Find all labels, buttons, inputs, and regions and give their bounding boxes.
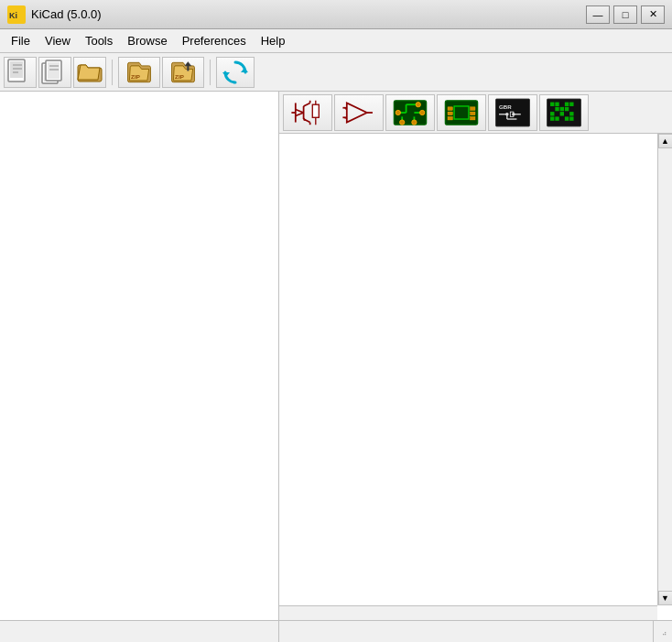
svg-rect-84 — [560, 116, 564, 120]
svg-rect-67 — [550, 102, 554, 105]
footprint-editor-button[interactable] — [437, 94, 486, 131]
svg-rect-83 — [555, 116, 558, 120]
symbol-editor-button[interactable]: + − — [334, 94, 384, 131]
maximize-button[interactable]: □ — [613, 5, 637, 24]
svg-rect-77 — [550, 112, 554, 115]
svg-text:+: + — [344, 105, 347, 111]
svg-line-19 — [296, 113, 304, 116]
svg-text:−: − — [344, 114, 347, 120]
svg-point-46 — [416, 102, 420, 106]
pcb-editor-button[interactable] — [385, 94, 435, 131]
svg-rect-74 — [560, 106, 564, 110]
open-project-button[interactable] — [73, 57, 106, 88]
svg-rect-78 — [555, 112, 558, 115]
svg-rect-29 — [312, 104, 319, 117]
svg-rect-72 — [550, 106, 554, 110]
title-bar: Ki KiCad (5.0.0) — □ ✕ — [0, 0, 672, 29]
app-icon: Ki — [7, 5, 26, 24]
svg-rect-55 — [471, 112, 475, 115]
archive-zip-button[interactable]: ZIP — [118, 57, 160, 88]
status-section-2 — [279, 621, 654, 642]
svg-point-44 — [396, 110, 400, 114]
svg-marker-16 — [222, 72, 230, 77]
svg-line-18 — [296, 109, 304, 113]
svg-text:Ki: Ki — [9, 11, 17, 20]
icon-toolbar: + − — [279, 92, 672, 134]
unarchive-zip-button[interactable]: ZIP — [162, 57, 204, 88]
svg-rect-79 — [560, 112, 564, 115]
menu-help[interactable]: Help — [254, 31, 293, 50]
vertical-scrollbar[interactable]: ▲ ▼ — [657, 134, 672, 605]
status-bar — [0, 620, 672, 642]
svg-rect-76 — [569, 106, 573, 110]
refresh-button[interactable] — [216, 57, 255, 88]
svg-marker-31 — [347, 103, 367, 122]
horizontal-scrollbar[interactable] — [279, 605, 657, 620]
main-content: + − — [0, 92, 672, 620]
scroll-up-button[interactable]: ▲ — [658, 134, 673, 148]
svg-rect-10 — [48, 62, 60, 79]
bitmap-converter-button[interactable] — [539, 94, 589, 131]
scroll-down-button[interactable]: ▼ — [658, 591, 673, 605]
schematic-editor-button[interactable] — [283, 94, 332, 131]
svg-rect-3 — [10, 61, 23, 78]
svg-rect-80 — [565, 112, 569, 115]
left-panel — [0, 92, 279, 620]
svg-rect-68 — [555, 102, 558, 105]
title-text: KiCad (5.0.0) — [31, 7, 102, 21]
svg-rect-85 — [565, 116, 569, 120]
svg-marker-15 — [241, 68, 248, 72]
svg-rect-71 — [569, 102, 573, 105]
title-left: Ki KiCad (5.0.0) — [7, 5, 102, 24]
svg-text:ZIP: ZIP — [175, 73, 184, 80]
svg-rect-52 — [448, 112, 452, 115]
svg-rect-56 — [471, 116, 475, 120]
copy-project-button[interactable] — [38, 57, 71, 88]
svg-point-89 — [665, 632, 666, 633]
svg-rect-75 — [565, 106, 569, 110]
content-area: ▲ ▼ — [279, 134, 672, 620]
menu-browse[interactable]: Browse — [120, 31, 174, 50]
toolbar-sep-1 — [112, 60, 113, 85]
window-controls: — □ ✕ — [586, 5, 665, 24]
menu-tools[interactable]: Tools — [78, 31, 120, 50]
menu-preferences[interactable]: Preferences — [175, 31, 254, 50]
svg-rect-54 — [471, 106, 475, 110]
svg-rect-53 — [448, 116, 452, 120]
svg-text:ZIP: ZIP — [131, 73, 140, 80]
svg-point-63 — [505, 113, 509, 116]
status-section-3 — [654, 621, 672, 642]
menu-bar: File View Tools Browse Preferences Help — [0, 29, 672, 53]
svg-rect-82 — [550, 116, 554, 120]
right-panel: + − — [279, 92, 672, 620]
svg-rect-57 — [496, 99, 530, 126]
menu-file[interactable]: File — [4, 31, 38, 50]
svg-rect-81 — [569, 112, 573, 115]
svg-point-87 — [665, 634, 666, 635]
svg-rect-86 — [569, 116, 573, 120]
gerber-viewer-button[interactable]: GBR — [488, 94, 537, 131]
status-section-1 — [0, 621, 279, 642]
menu-view[interactable]: View — [38, 31, 78, 50]
svg-text:GBR: GBR — [499, 103, 512, 110]
svg-rect-51 — [448, 106, 452, 110]
toolbar-sep-2 — [210, 60, 211, 85]
svg-rect-70 — [565, 102, 569, 105]
resize-grip-icon — [659, 626, 667, 637]
svg-point-88 — [663, 634, 664, 635]
close-button[interactable]: ✕ — [641, 5, 665, 24]
minimize-button[interactable]: — — [586, 5, 610, 24]
svg-point-45 — [420, 110, 425, 114]
svg-point-48 — [400, 119, 405, 124]
svg-rect-69 — [560, 102, 564, 105]
svg-rect-73 — [555, 106, 558, 110]
svg-point-47 — [412, 119, 417, 124]
new-project-button[interactable] — [4, 57, 37, 88]
svg-line-23 — [304, 103, 310, 106]
toolbar: ZIP ZIP — [0, 53, 672, 92]
